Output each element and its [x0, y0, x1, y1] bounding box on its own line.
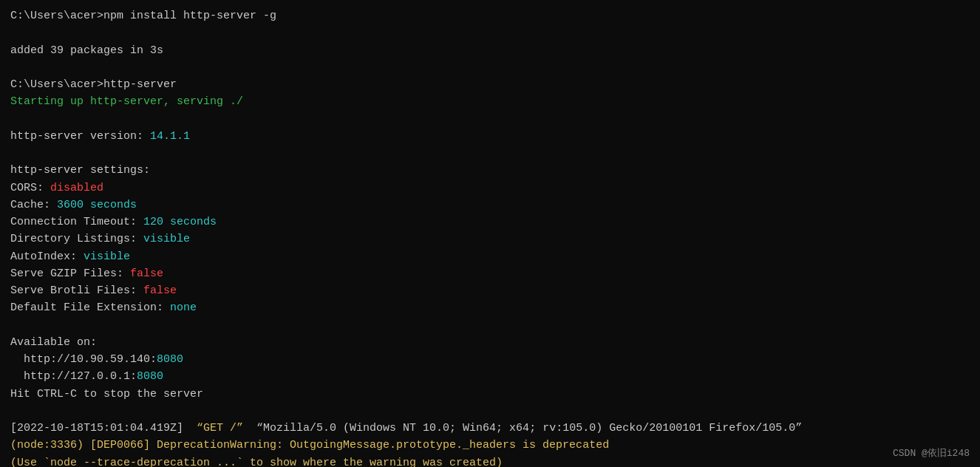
- terminal-line: added 39 packages in 3s: [10, 42, 970, 59]
- terminal-line: [2022-10-18T15:01:04.419Z] “GET /” “Mozi…: [10, 420, 970, 437]
- terminal-line: [10, 317, 970, 334]
- terminal-line: Serve Brotli Files: false: [10, 282, 970, 299]
- terminal-line: Directory Listings: visible: [10, 231, 970, 248]
- terminal-line: C:\Users\acer>npm install http-server -g: [10, 7, 970, 24]
- terminal: C:\Users\acer>npm install http-server -g…: [0, 0, 980, 467]
- terminal-line: Starting up http-server, serving ./: [10, 93, 970, 110]
- terminal-line: [10, 59, 970, 76]
- watermark: CSDN @依旧i248: [893, 446, 970, 461]
- terminal-line: Serve GZIP Files: false: [10, 265, 970, 282]
- terminal-line: http://10.90.59.140:8080: [10, 351, 970, 368]
- terminal-line: AutoIndex: visible: [10, 248, 970, 265]
- terminal-line: http-server settings:: [10, 162, 970, 179]
- terminal-line: C:\Users\acer>http-server: [10, 76, 970, 93]
- terminal-line: Default File Extension: none: [10, 299, 970, 316]
- terminal-line: [10, 24, 970, 41]
- terminal-line: Connection Timeout: 120 seconds: [10, 214, 970, 231]
- terminal-line: [10, 145, 970, 162]
- terminal-line: (Use `node --trace-deprecation ...` to s…: [10, 454, 970, 468]
- terminal-line: [10, 403, 970, 420]
- terminal-line: http://127.0.0.1:8080: [10, 368, 970, 385]
- terminal-line: (node:3336) [DEP0066] DeprecationWarning…: [10, 437, 970, 454]
- terminal-line: [10, 111, 970, 128]
- terminal-line: Cache: 3600 seconds: [10, 197, 970, 214]
- terminal-line: http-server version: 14.1.1: [10, 128, 970, 145]
- terminal-line: Available on:: [10, 334, 970, 351]
- terminal-line: Hit CTRL-C to stop the server: [10, 386, 970, 403]
- terminal-line: CORS: disabled: [10, 180, 970, 197]
